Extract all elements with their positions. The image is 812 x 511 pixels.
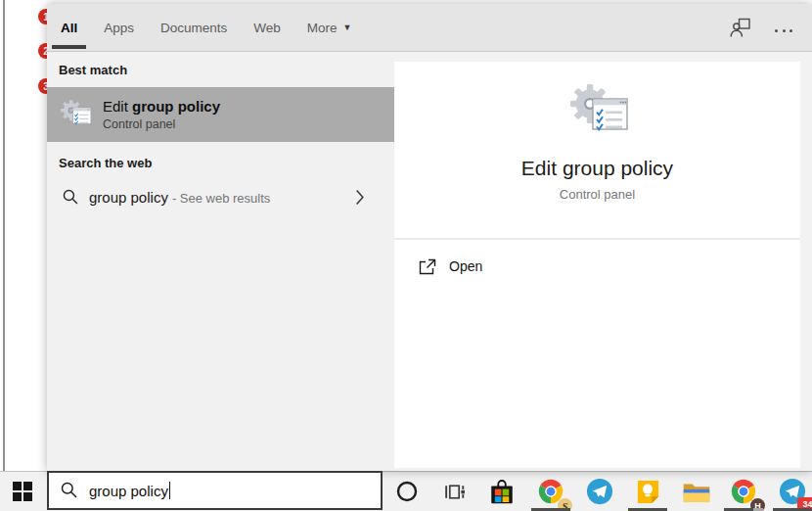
tab-apps[interactable]: Apps [104, 4, 134, 51]
windows-logo-icon [13, 482, 32, 501]
search-input-value: group policy [89, 483, 168, 499]
web-suffix: - See web results [172, 191, 270, 206]
results-list: Best match [47, 52, 394, 471]
divider [394, 238, 800, 240]
chrome-profile2-button[interactable]: H [724, 472, 763, 511]
preview-title: Edit group policy [394, 157, 800, 180]
web-query: group policy- See web results [89, 189, 270, 206]
telegram-icon [586, 478, 613, 505]
best-match-header: Best match [59, 63, 127, 77]
cortana-circle-icon [395, 480, 419, 503]
preview-subtitle: Control panel [394, 187, 800, 202]
preview-panel: Edit group policy Control panel Open [394, 62, 800, 468]
chevron-right-icon [355, 189, 365, 206]
screen: 1 2 3 [0, 0, 812, 511]
group-policy-icon [59, 99, 92, 130]
task-view-button[interactable] [434, 472, 474, 511]
search-filter-tabs: All Apps Documents Web More▼ [47, 4, 812, 52]
background-page-border [3, 0, 5, 471]
microsoft-store-button[interactable] [482, 472, 521, 511]
best-match-result[interactable]: Edit group policy Control panel [47, 87, 394, 142]
tab-more[interactable]: More▼ [307, 4, 352, 51]
microsoft-store-icon [488, 478, 516, 505]
result-subtitle: Control panel [103, 117, 220, 131]
web-search-result[interactable]: group policy- See web results [47, 179, 394, 214]
result-title: Edit group policy [103, 98, 220, 115]
open-action[interactable]: Open [394, 248, 800, 285]
file-explorer-button[interactable] [677, 472, 716, 511]
search-icon [63, 189, 79, 206]
tab-documents[interactable]: Documents [160, 4, 227, 51]
task-view-icon [443, 481, 466, 503]
chrome-profile1-button[interactable]: S [531, 472, 570, 511]
open-icon [419, 258, 436, 275]
search-the-web-header: Search the web [59, 156, 152, 170]
group-policy-icon-large [566, 82, 629, 141]
search-icon [61, 482, 78, 499]
folder-icon [682, 480, 711, 504]
start-button[interactable] [0, 472, 45, 511]
search-input[interactable]: group policy [47, 471, 383, 510]
user-chat-icon [730, 18, 751, 38]
search-flyout: All Apps Documents Web More▼ Best match [47, 4, 812, 471]
text-caret [169, 482, 170, 499]
chevron-down-icon: ▼ [343, 23, 352, 32]
google-keep-icon [635, 479, 661, 505]
tab-all[interactable]: All [61, 4, 77, 51]
cortana-button[interactable] [387, 472, 427, 511]
telegram-button[interactable] [580, 472, 619, 511]
ellipsis-menu-button[interactable] [775, 29, 792, 32]
open-label: Open [449, 258, 482, 274]
account-feedback-button[interactable] [730, 18, 751, 42]
google-keep-button[interactable] [628, 472, 667, 511]
telegram-unread-button[interactable]: 34 [773, 472, 812, 511]
tab-web[interactable]: Web [253, 4, 281, 51]
